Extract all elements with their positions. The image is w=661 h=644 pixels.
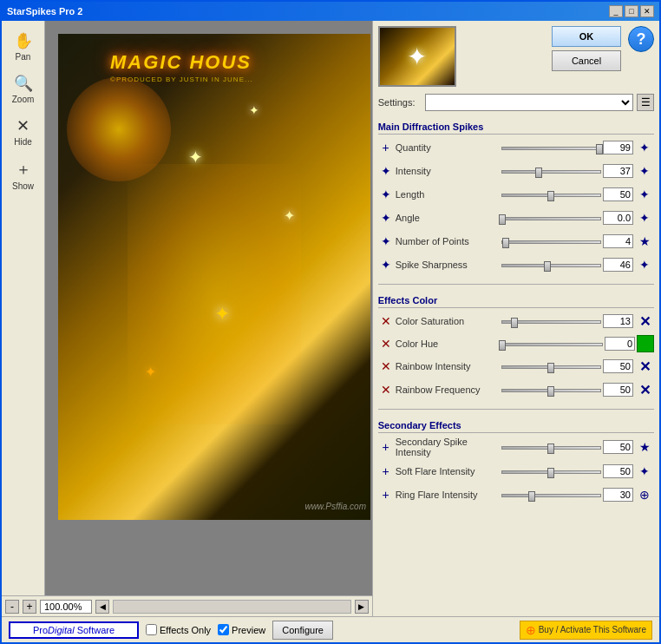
slider-track-1[interactable] [501,343,603,346]
canvas-image: MAGIC HOUS ©PRODUCED BY JUSTIN IN JUNE..… [58,34,370,520]
param-value-1[interactable] [605,337,635,351]
slider-thumb-1 [499,340,506,351]
effects-only-checkbox[interactable] [146,624,157,635]
param-value-2[interactable] [603,488,633,502]
hide-icon: ✕ [16,116,29,135]
settings-menu-button[interactable]: ☰ [637,94,654,111]
param-value-0[interactable] [603,141,633,154]
ok-button[interactable]: OK [552,26,621,47]
right-panel: ✦ OK Cancel ? Settings: ☰ Main Diffracti… [373,21,659,616]
preview-label: Preview [232,625,265,635]
param-value-5[interactable] [603,258,633,272]
slider-thumb-2 [528,491,535,502]
slider-container-1 [501,469,601,474]
param-icon-left-0: ✕ [378,313,394,329]
param-row-main-diffraction-params-2: ✦Length✦ [378,185,654,204]
param-label-0: Quantity [396,142,500,153]
param-value-3[interactable] [603,383,633,397]
secondary-effects-header: Secondary Effects [378,420,654,433]
param-value-1[interactable] [603,164,633,178]
param-icon-right-3: ✕ [635,380,654,399]
slider-track-2[interactable] [501,194,601,197]
slider-track-0[interactable] [501,147,601,150]
divider-2 [378,409,654,410]
param-value-1[interactable] [603,464,633,478]
param-icon-left-3: ✦ [378,210,394,226]
zoom-plus-button[interactable]: + [23,600,36,614]
close-button[interactable]: ✕ [640,5,654,17]
left-content: ✋ Pan 🔍 Zoom ✕ Hide ＋ Show [2,21,372,595]
slider-track-1[interactable] [501,170,601,174]
slider-track-2[interactable] [501,365,601,369]
pan-tool[interactable]: ✋ Pan [6,28,41,65]
settings-dropdown[interactable] [425,94,633,111]
param-icon-right-2: ✕ [635,357,654,376]
cancel-button[interactable]: Cancel [552,50,621,71]
scroll-right-arrow[interactable]: ▶ [355,600,369,614]
param-icon-left-0: + [378,140,394,155]
effects-color-header: Effects Color [378,295,654,308]
pan-label: Pan [16,52,31,62]
slider-track-5[interactable] [501,264,601,267]
minimize-button[interactable]: _ [609,5,623,17]
image-title-overlay: MAGIC HOUS [110,51,252,74]
slider-thumb-2 [547,191,554,201]
hide-tool[interactable]: ✕ Hide [6,113,41,150]
param-icon-right-5: ✦ [635,255,654,274]
preview-checkbox-label[interactable]: Preview [218,624,265,635]
param-icon-right-0: ✕ [635,312,654,331]
param-icon-right-1 [637,335,654,352]
configure-button[interactable]: Configure [272,621,333,640]
slider-container-0 [501,145,601,150]
show-tool[interactable]: ＋ Show [6,155,41,194]
slider-track-0[interactable] [501,446,601,450]
param-value-4[interactable] [603,234,633,248]
preview-thumbnail: ✦ [378,26,456,87]
slider-track-4[interactable] [501,240,601,244]
horizontal-scrollbar[interactable] [113,600,351,614]
slider-track-3[interactable] [501,217,601,220]
help-button[interactable]: ? [628,26,654,52]
sparkle-4: ✦ [214,303,230,325]
param-value-2[interactable] [603,359,633,373]
left-panel: ✋ Pan 🔍 Zoom ✕ Hide ＋ Show [2,21,373,616]
show-label: Show [12,181,34,191]
param-icon-right-4: ★ [635,232,654,251]
effects-only-checkbox-label[interactable]: Effects Only [146,624,211,635]
activation-badge[interactable]: ⊕ Buy / Activate This Software [520,621,652,640]
zoom-input[interactable] [40,600,92,614]
param-value-0[interactable] [603,314,633,328]
param-icon-left-3: ✕ [378,382,394,398]
slider-track-1[interactable] [501,470,601,474]
slider-track-3[interactable] [501,389,601,392]
param-row-main-diffraction-params-5: ✦Spike Sharpness✦ [378,255,654,274]
slider-thumb-1 [535,168,542,178]
param-value-2[interactable] [603,187,633,201]
param-icon-right-0: ✦ [635,138,654,157]
slider-track-0[interactable] [501,320,601,324]
zoom-icon: 🔍 [14,74,33,93]
slider-container-0 [501,444,601,450]
slider-track-2[interactable] [501,494,601,497]
param-icon-right-2: ✦ [635,185,654,204]
param-icon-right-0: ★ [635,437,654,457]
param-row-effects-color-params-2: ✕Rainbow Intensity✕ [378,357,654,376]
param-label-0: Color Saturation [396,316,500,326]
param-row-secondary-effects-params-1: +Soft Flare Intensity✦ [378,462,654,481]
main-window: StarSpikes Pro 2 _ □ ✕ ✋ Pan 🔍 Zoom [0,0,661,644]
preview-checkbox[interactable] [218,624,229,635]
slider-thumb-0 [511,318,518,328]
maximize-button[interactable]: □ [625,5,638,17]
slider-container-3 [501,215,601,220]
param-value-0[interactable] [603,440,633,454]
slider-container-1 [501,168,601,174]
param-icon-left-2: + [378,487,394,503]
param-icon-right-1: ✦ [635,462,654,481]
scroll-left-arrow[interactable]: ◀ [95,600,109,614]
param-value-3[interactable] [603,211,633,225]
slider-thumb-0 [596,144,603,154]
zoom-minus-button[interactable]: - [5,600,19,614]
sparkle-1: ✦ [188,147,203,168]
zoom-tool[interactable]: 🔍 Zoom [6,70,41,108]
content-area: ✋ Pan 🔍 Zoom ✕ Hide ＋ Show [2,21,659,616]
